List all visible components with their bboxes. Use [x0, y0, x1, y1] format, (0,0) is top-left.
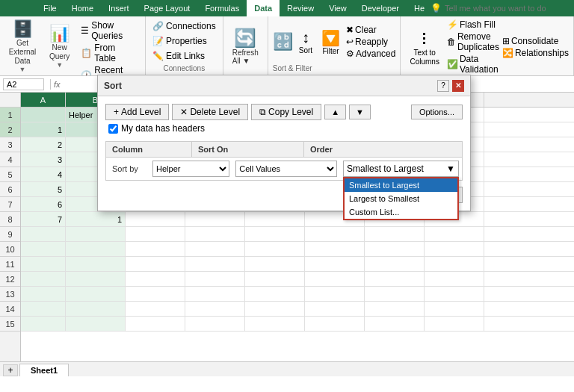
add-level-button[interactable]: + Add Level [105, 104, 169, 120]
relationships-button[interactable]: 🔀 Relationships [502, 48, 569, 58]
cell-8-a[interactable]: 7 [21, 212, 66, 226]
cell-10-e[interactable] [245, 242, 305, 256]
cell-12-g[interactable] [365, 272, 425, 286]
move-down-button[interactable]: ▼ [349, 105, 371, 119]
sort-on-select[interactable]: Cell Values [235, 161, 337, 177]
edit-links-button[interactable]: ✏️ Edit Links [150, 50, 218, 62]
add-sheet-button[interactable]: + [3, 364, 18, 376]
cell-13-f[interactable] [305, 287, 365, 301]
cell-8-c[interactable] [126, 212, 185, 226]
cell-15-f[interactable] [305, 317, 365, 331]
cell-14-b[interactable] [66, 302, 126, 316]
cell-8-d[interactable] [185, 212, 245, 226]
cell-12-h[interactable] [425, 272, 484, 286]
cell-9-c[interactable] [126, 227, 185, 241]
ribbon-tab-insert[interactable]: Insert [101, 0, 137, 16]
cell-11-h[interactable] [425, 257, 484, 271]
cell-14-e[interactable] [245, 302, 305, 316]
reapply-button[interactable]: ↩ Reapply [346, 37, 395, 47]
cell-12-a[interactable] [21, 272, 66, 286]
tell-me-input[interactable] [445, 4, 564, 13]
cell-12-c[interactable] [126, 272, 185, 286]
order-option-custom-list[interactable]: Custom List... [345, 205, 457, 219]
cell-13-c[interactable] [126, 287, 185, 301]
dialog-help-button[interactable]: ? [437, 80, 449, 92]
filter-button[interactable]: 🔽 Filter [318, 28, 343, 57]
cell-7-a[interactable]: 6 [21, 197, 66, 211]
cell-12-f[interactable] [305, 272, 365, 286]
cell-14-f[interactable] [305, 302, 365, 316]
ribbon-tab-developer[interactable]: Developer [354, 0, 407, 16]
cell-10-b[interactable] [66, 242, 126, 256]
ribbon-tab-data[interactable]: Data [247, 0, 280, 16]
cell-14-c[interactable] [126, 302, 185, 316]
from-table-button[interactable]: 📋 From Table [78, 42, 141, 64]
cell-15-d[interactable] [185, 317, 245, 331]
properties-button[interactable]: 📝 Properties [150, 35, 218, 47]
sort-button[interactable]: ↕️ Sort [296, 28, 315, 56]
cell-10-c[interactable] [126, 242, 185, 256]
cell-5-a[interactable]: 4 [21, 167, 66, 181]
cell-2-a[interactable]: 1 [21, 122, 66, 137]
cell-8-b[interactable]: 1 [66, 212, 126, 226]
dialog-close-button[interactable]: ✕ [452, 80, 464, 92]
remove-duplicates-button[interactable]: 🗑 Remove Duplicates [447, 31, 499, 52]
cell-11-g[interactable] [365, 257, 425, 271]
cell-13-a[interactable] [21, 287, 66, 301]
refresh-all-button[interactable]: 🔄 RefreshAll ▼ [228, 26, 263, 66]
new-query-button[interactable]: 📊 NewQuery ▼ [45, 22, 74, 70]
cell-11-d[interactable] [185, 257, 245, 271]
cell-15-a[interactable] [21, 317, 66, 331]
col-header-a[interactable]: A [21, 93, 66, 107]
cell-11-b[interactable] [66, 257, 126, 271]
cell-9-b[interactable] [66, 227, 126, 241]
cell-13-h[interactable] [425, 287, 484, 301]
cell-15-b[interactable] [66, 317, 126, 331]
cell-11-e[interactable] [245, 257, 305, 271]
cell-11-f[interactable] [305, 257, 365, 271]
cell-9-f[interactable] [305, 227, 365, 241]
cell-14-g[interactable] [365, 302, 425, 316]
cell-9-d[interactable] [185, 227, 245, 241]
ribbon-tab-home[interactable]: Home [64, 0, 101, 16]
cell-8-e[interactable] [245, 212, 305, 226]
data-validation-button[interactable]: ✅ Data Validation [447, 54, 499, 75]
order-dropdown-button[interactable]: Smallest to Largest ▼ [343, 161, 459, 177]
cell-10-h[interactable] [425, 242, 484, 256]
consolidate-button[interactable]: ⊞ Consolidate [502, 36, 569, 46]
cell-13-e[interactable] [245, 287, 305, 301]
cell-6-a[interactable]: 5 [21, 182, 66, 196]
options-button[interactable]: Options... [411, 105, 463, 119]
cell-12-b[interactable] [66, 272, 126, 286]
cell-13-b[interactable] [66, 287, 126, 301]
cell-15-h[interactable] [425, 317, 484, 331]
cell-9-e[interactable] [245, 227, 305, 241]
cell-9-g[interactable] [365, 227, 425, 241]
ribbon-tab-page-layout[interactable]: Page Layout [137, 0, 198, 16]
move-up-button[interactable]: ▲ [324, 105, 346, 119]
cell-9-h[interactable] [425, 227, 484, 241]
copy-level-button[interactable]: ⧉ Copy Level [251, 104, 321, 120]
cell-1-a[interactable] [21, 108, 66, 122]
ribbon-tab-formulas[interactable]: Formulas [197, 0, 247, 16]
cell-10-g[interactable] [365, 242, 425, 256]
my-headers-checkbox[interactable] [108, 124, 118, 134]
sheet-tab-sheet1[interactable]: Sheet1 [19, 364, 69, 376]
my-headers-check[interactable]: My data has headers [108, 123, 205, 134]
cell-11-c[interactable] [126, 257, 185, 271]
cell-14-h[interactable] [425, 302, 484, 316]
cell-4-a[interactable]: 3 [21, 152, 66, 167]
cell-3-a[interactable]: 2 [21, 137, 66, 152]
cell-11-a[interactable] [21, 257, 66, 271]
cell-13-g[interactable] [365, 287, 425, 301]
ribbon-tab-file[interactable]: File [36, 0, 64, 16]
delete-level-button[interactable]: ✕ Delete Level [172, 104, 248, 120]
advanced-button[interactable]: ⚙ Advanced [346, 49, 395, 59]
cell-12-d[interactable] [185, 272, 245, 286]
cell-10-f[interactable] [305, 242, 365, 256]
flash-fill-button[interactable]: ⚡ Flash Fill [447, 19, 499, 30]
cell-9-a[interactable] [21, 227, 66, 241]
cell-15-g[interactable] [365, 317, 425, 331]
cell-reference-box[interactable] [3, 78, 44, 90]
ribbon-tab-review[interactable]: Review [280, 0, 321, 16]
